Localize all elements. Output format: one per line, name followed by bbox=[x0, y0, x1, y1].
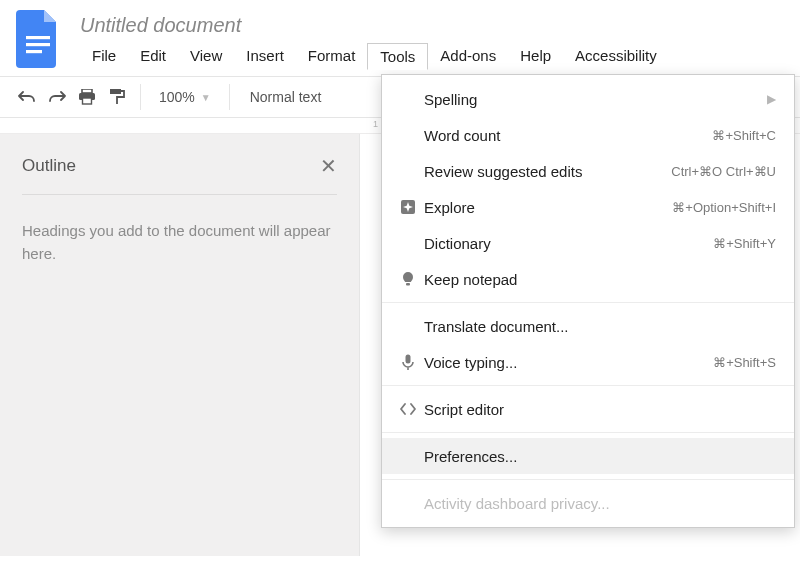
svg-rect-3 bbox=[82, 89, 92, 93]
menu-item-dictionary[interactable]: Dictionary ⌘+Shift+Y bbox=[382, 225, 794, 261]
explore-icon bbox=[394, 199, 422, 215]
menu-item-translate[interactable]: Translate document... bbox=[382, 308, 794, 344]
zoom-value: 100% bbox=[159, 89, 195, 105]
menu-view[interactable]: View bbox=[178, 43, 234, 70]
menu-shortcut: ⌘+Shift+C bbox=[712, 128, 776, 143]
keep-icon bbox=[394, 271, 422, 287]
menu-item-label: Voice typing... bbox=[422, 354, 713, 371]
docs-logo-icon[interactable] bbox=[16, 10, 60, 68]
menu-format[interactable]: Format bbox=[296, 43, 368, 70]
menu-item-script-editor[interactable]: Script editor bbox=[382, 391, 794, 427]
paragraph-style-value: Normal text bbox=[250, 89, 322, 105]
svg-rect-2 bbox=[26, 50, 42, 53]
svg-rect-6 bbox=[110, 89, 121, 94]
menubar: File Edit View Insert Format Tools Add-o… bbox=[80, 43, 784, 70]
mic-icon bbox=[394, 354, 422, 371]
menu-shortcut: ⌘+Shift+Y bbox=[713, 236, 776, 251]
menu-item-preferences[interactable]: Preferences... bbox=[382, 438, 794, 474]
menu-item-keep-notepad[interactable]: Keep notepad bbox=[382, 261, 794, 297]
menu-item-label: Review suggested edits bbox=[422, 163, 671, 180]
menu-item-label: Activity dashboard privacy... bbox=[422, 495, 776, 512]
svg-rect-1 bbox=[26, 43, 50, 46]
menu-file[interactable]: File bbox=[80, 43, 128, 70]
tools-menu-dropdown: Spelling ▶ Word count ⌘+Shift+C Review s… bbox=[381, 74, 795, 528]
close-icon[interactable]: ✕ bbox=[320, 156, 337, 176]
menu-item-activity-privacy: Activity dashboard privacy... bbox=[382, 485, 794, 521]
menu-edit[interactable]: Edit bbox=[128, 43, 178, 70]
paragraph-style-selector[interactable]: Normal text bbox=[238, 89, 334, 105]
menu-item-label: Keep notepad bbox=[422, 271, 776, 288]
menu-shortcut: ⌘+Option+Shift+I bbox=[672, 200, 776, 215]
outline-title: Outline bbox=[22, 156, 76, 176]
menu-separator bbox=[382, 432, 794, 433]
outline-placeholder: Headings you add to the document will ap… bbox=[22, 195, 337, 266]
menu-item-review-edits[interactable]: Review suggested edits Ctrl+⌘O Ctrl+⌘U bbox=[382, 153, 794, 189]
menu-item-label: Script editor bbox=[422, 401, 776, 418]
menu-item-label: Dictionary bbox=[422, 235, 713, 252]
menu-separator bbox=[382, 302, 794, 303]
undo-button[interactable] bbox=[12, 82, 42, 112]
zoom-selector[interactable]: 100% ▼ bbox=[149, 89, 221, 105]
menu-item-label: Translate document... bbox=[422, 318, 776, 335]
svg-rect-9 bbox=[406, 354, 411, 363]
ruler-tick: 1 bbox=[373, 119, 378, 129]
menu-separator bbox=[382, 479, 794, 480]
menu-addons[interactable]: Add-ons bbox=[428, 43, 508, 70]
document-title[interactable]: Untitled document bbox=[80, 12, 784, 43]
menu-shortcut: ⌘+Shift+S bbox=[713, 355, 776, 370]
header: Untitled document File Edit View Insert … bbox=[0, 0, 800, 70]
svg-rect-5 bbox=[83, 98, 92, 104]
menu-item-word-count[interactable]: Word count ⌘+Shift+C bbox=[382, 117, 794, 153]
menu-item-label: Preferences... bbox=[422, 448, 776, 465]
menu-item-spelling[interactable]: Spelling ▶ bbox=[382, 81, 794, 117]
paint-format-button[interactable] bbox=[102, 82, 132, 112]
toolbar-separator bbox=[229, 84, 230, 110]
chevron-down-icon: ▼ bbox=[201, 92, 211, 103]
menu-item-label: Explore bbox=[422, 199, 672, 216]
redo-button[interactable] bbox=[42, 82, 72, 112]
toolbar-separator bbox=[140, 84, 141, 110]
menu-tools[interactable]: Tools bbox=[367, 43, 428, 70]
outline-panel: Outline ✕ Headings you add to the docume… bbox=[0, 134, 360, 556]
menu-item-label: Spelling bbox=[422, 91, 767, 108]
menu-shortcut: Ctrl+⌘O Ctrl+⌘U bbox=[671, 164, 776, 179]
svg-rect-0 bbox=[26, 36, 50, 39]
header-right: Untitled document File Edit View Insert … bbox=[80, 10, 784, 70]
print-button[interactable] bbox=[72, 82, 102, 112]
submenu-arrow-icon: ▶ bbox=[767, 92, 776, 106]
script-icon bbox=[394, 403, 422, 415]
menu-item-explore[interactable]: Explore ⌘+Option+Shift+I bbox=[382, 189, 794, 225]
outline-header: Outline ✕ bbox=[22, 156, 337, 195]
svg-rect-8 bbox=[406, 283, 410, 286]
menu-insert[interactable]: Insert bbox=[234, 43, 296, 70]
menu-help[interactable]: Help bbox=[508, 43, 563, 70]
menu-item-label: Word count bbox=[422, 127, 712, 144]
menu-separator bbox=[382, 385, 794, 386]
menu-item-voice-typing[interactable]: Voice typing... ⌘+Shift+S bbox=[382, 344, 794, 380]
menu-accessibility[interactable]: Accessibility bbox=[563, 43, 669, 70]
